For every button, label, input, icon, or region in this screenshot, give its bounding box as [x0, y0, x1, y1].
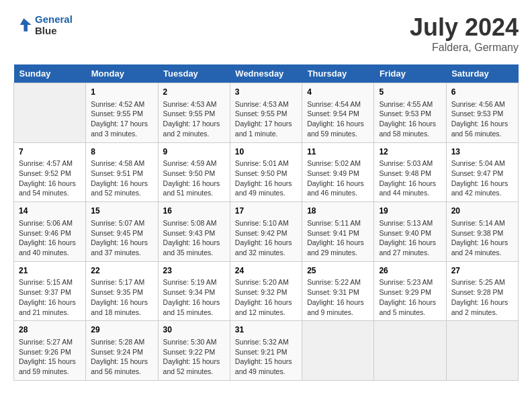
day-info: and 56 minutes.: [91, 367, 152, 377]
day-info: Sunset: 9:35 PM: [91, 287, 152, 298]
day-number: 13: [451, 146, 513, 158]
day-info: Daylight: 16 hours: [451, 298, 513, 308]
day-info: Sunset: 9:37 PM: [19, 287, 81, 298]
day-info: Daylight: 17 hours: [91, 119, 152, 129]
day-number: 9: [163, 146, 225, 158]
day-info: and 21 minutes.: [19, 308, 81, 318]
day-number: 26: [379, 265, 441, 277]
calendar-cell: [302, 321, 374, 381]
day-number: 23: [163, 265, 225, 277]
day-info: Sunset: 9:32 PM: [235, 287, 297, 298]
day-info: Sunrise: 5:28 AM: [91, 337, 152, 347]
calendar-cell: 10Sunrise: 5:01 AMSunset: 9:50 PMDayligh…: [230, 142, 302, 202]
day-info: and 1 minute.: [235, 129, 297, 139]
day-info: Sunrise: 5:22 AM: [307, 277, 369, 287]
day-info: Daylight: 16 hours: [307, 119, 369, 129]
col-tuesday: Tuesday: [158, 64, 230, 83]
day-info: Daylight: 16 hours: [163, 298, 225, 308]
day-info: and 27 minutes.: [379, 248, 441, 258]
day-number: 14: [19, 205, 81, 217]
calendar-cell: 21Sunrise: 5:15 AMSunset: 9:37 PMDayligh…: [14, 261, 86, 321]
calendar-cell: [14, 83, 86, 143]
calendar-cell: 9Sunrise: 4:59 AMSunset: 9:50 PMDaylight…: [158, 142, 230, 202]
day-number: 18: [307, 205, 369, 217]
day-info: Sunset: 9:41 PM: [307, 228, 369, 238]
day-info: Sunrise: 5:27 AM: [19, 337, 81, 347]
calendar-cell: 29Sunrise: 5:28 AMSunset: 9:24 PMDayligh…: [86, 321, 158, 381]
day-info: and 37 minutes.: [91, 248, 152, 258]
day-number: 27: [451, 265, 513, 277]
day-info: Daylight: 16 hours: [307, 179, 369, 189]
day-info: Sunset: 9:53 PM: [451, 109, 513, 119]
day-info: and 29 minutes.: [307, 248, 369, 258]
day-info: Sunset: 9:21 PM: [235, 347, 297, 357]
day-info: and 49 minutes.: [235, 367, 297, 377]
calendar-cell: 6Sunrise: 4:56 AMSunset: 9:53 PMDaylight…: [446, 83, 518, 143]
day-info: Daylight: 16 hours: [451, 179, 513, 189]
calendar-cell: [374, 321, 446, 381]
day-info: Daylight: 15 hours: [163, 357, 225, 367]
day-info: Daylight: 16 hours: [19, 298, 81, 308]
day-number: 4: [307, 87, 369, 98]
day-info: and 3 minutes.: [91, 129, 152, 139]
calendar-cell: 22Sunrise: 5:17 AMSunset: 9:35 PMDayligh…: [86, 261, 158, 321]
calendar-cell: 2Sunrise: 4:53 AMSunset: 9:55 PMDaylight…: [158, 83, 230, 143]
day-number: 29: [91, 324, 152, 336]
day-info: and 59 minutes.: [307, 129, 369, 139]
day-info: and 24 minutes.: [451, 248, 513, 258]
day-number: 1: [91, 87, 152, 98]
day-info: Sunset: 9:48 PM: [379, 169, 441, 179]
day-info: Sunset: 9:22 PM: [163, 347, 225, 357]
day-info: Sunrise: 5:10 AM: [235, 218, 297, 228]
calendar-week-row: 7Sunrise: 4:57 AMSunset: 9:52 PMDaylight…: [14, 142, 519, 202]
day-info: and 15 minutes.: [163, 308, 225, 318]
calendar-title: July 2024: [410, 13, 519, 42]
calendar-cell: 5Sunrise: 4:55 AMSunset: 9:53 PMDaylight…: [374, 83, 446, 143]
col-thursday: Thursday: [302, 64, 374, 83]
calendar-cell: 11Sunrise: 5:02 AMSunset: 9:49 PMDayligh…: [302, 142, 374, 202]
day-info: Sunrise: 5:23 AM: [379, 277, 441, 287]
calendar-week-row: 28Sunrise: 5:27 AMSunset: 9:26 PMDayligh…: [14, 321, 519, 381]
day-info: Sunset: 9:24 PM: [91, 347, 152, 357]
day-number: 22: [91, 265, 152, 277]
day-info: and 18 minutes.: [91, 308, 152, 318]
day-info: Daylight: 16 hours: [379, 298, 441, 308]
day-info: Sunrise: 4:58 AM: [91, 158, 152, 169]
day-info: Sunrise: 5:14 AM: [451, 218, 513, 228]
day-info: and 2 minutes.: [163, 129, 225, 139]
calendar-cell: 7Sunrise: 4:57 AMSunset: 9:52 PMDaylight…: [14, 142, 86, 202]
day-number: 3: [235, 87, 297, 98]
day-info: and 59 minutes.: [19, 367, 81, 377]
calendar-week-row: 14Sunrise: 5:06 AMSunset: 9:46 PMDayligh…: [14, 202, 519, 262]
day-info: Daylight: 16 hours: [379, 238, 441, 248]
day-info: Sunset: 9:50 PM: [163, 169, 225, 179]
day-info: Sunrise: 5:07 AM: [91, 218, 152, 228]
col-monday: Monday: [86, 64, 158, 83]
day-info: Daylight: 16 hours: [91, 238, 152, 248]
calendar-cell: 28Sunrise: 5:27 AMSunset: 9:26 PMDayligh…: [14, 321, 86, 381]
day-info: Daylight: 16 hours: [235, 179, 297, 189]
day-info: Sunset: 9:52 PM: [19, 169, 81, 179]
logo-text: General Blue: [35, 13, 73, 36]
day-info: Sunrise: 4:55 AM: [379, 99, 441, 109]
day-info: and 58 minutes.: [379, 129, 441, 139]
day-info: Sunrise: 5:02 AM: [307, 158, 369, 169]
day-info: Daylight: 15 hours: [19, 357, 81, 367]
day-info: Daylight: 16 hours: [307, 238, 369, 248]
day-number: 7: [19, 146, 81, 158]
day-info: and 51 minutes.: [163, 188, 225, 198]
day-info: and 32 minutes.: [235, 248, 297, 258]
day-number: 5: [379, 87, 441, 98]
day-info: Daylight: 16 hours: [451, 119, 513, 129]
day-info: Sunset: 9:26 PM: [19, 347, 81, 357]
day-info: and 49 minutes.: [235, 188, 297, 198]
day-info: and 2 minutes.: [451, 308, 513, 318]
day-info: Sunrise: 5:13 AM: [379, 218, 441, 228]
day-number: 12: [379, 146, 441, 158]
day-info: Daylight: 17 hours: [163, 119, 225, 129]
logo-icon: [13, 15, 32, 34]
day-info: Sunset: 9:50 PM: [235, 169, 297, 179]
day-info: Sunrise: 4:56 AM: [451, 99, 513, 109]
day-number: 16: [163, 205, 225, 217]
day-info: Sunset: 9:40 PM: [379, 228, 441, 238]
